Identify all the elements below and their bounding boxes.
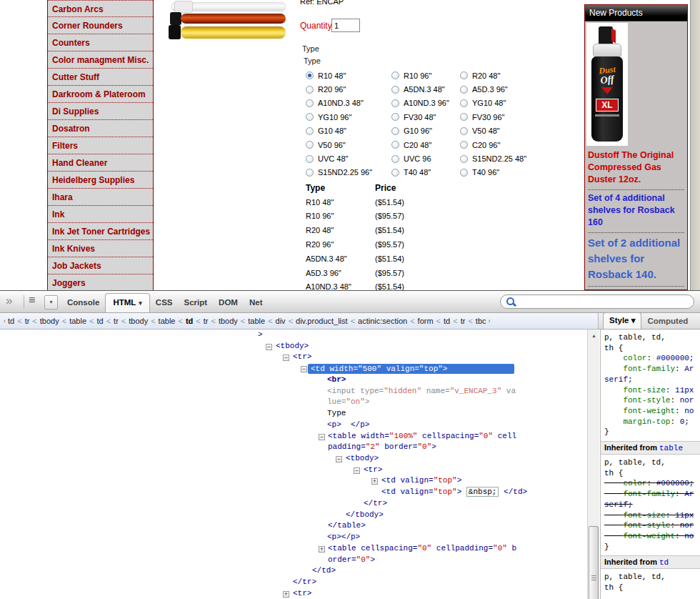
- type-radio-option[interactable]: R20 48": [460, 69, 553, 82]
- type-radio-option[interactable]: T40 48": [391, 166, 460, 179]
- css-value[interactable]: nor: [680, 396, 694, 405]
- sidebar-category-link[interactable]: Color managment Misc.: [48, 51, 153, 69]
- radio-button[interactable]: [391, 86, 399, 94]
- type-radio-option[interactable]: UVC 48": [306, 152, 391, 165]
- twisty-icon[interactable]: +: [371, 478, 378, 485]
- breadcrumb-node[interactable]: td: [96, 317, 104, 325]
- firebug-tab-net[interactable]: Net: [244, 294, 269, 312]
- css-property[interactable]: font-style: [623, 396, 670, 405]
- breadcrumb-node[interactable]: td: [185, 317, 194, 325]
- breadcrumb-node[interactable]: td: [7, 317, 15, 325]
- breadcrumb-scroll-right-icon[interactable]: ›: [489, 317, 491, 325]
- scroll-up-icon[interactable]: ▲: [589, 331, 599, 341]
- type-radio-option[interactable]: C20 96": [460, 138, 553, 152]
- quantity-input[interactable]: [331, 19, 360, 32]
- type-radio-option[interactable]: A5DN.3 48": [391, 82, 460, 96]
- radio-button[interactable]: [391, 99, 399, 107]
- sidebar-category-link[interactable]: Carbon Arcs: [48, 0, 153, 17]
- css-value[interactable]: 0;: [680, 417, 689, 426]
- side-tab-style[interactable]: Style ▾: [603, 312, 641, 329]
- radio-button[interactable]: [306, 141, 314, 149]
- sidebar-category-link[interactable]: Ink Knives: [48, 240, 153, 257]
- radio-button[interactable]: [306, 113, 314, 121]
- html-tree-node[interactable]: <p></p>: [0, 533, 587, 543]
- html-tree-node[interactable]: +<table cellspacing="0" cellpadding="0" …: [0, 544, 587, 555]
- html-tree-node[interactable]: −<tr>: [0, 465, 587, 476]
- breadcrumb-node[interactable]: tr: [24, 317, 31, 325]
- html-tree-node[interactable]: +<td valign="top">: [0, 476, 587, 487]
- css-property[interactable]: font-family: [623, 365, 675, 373]
- css-property[interactable]: margin-top: [623, 417, 670, 426]
- css-value[interactable]: no: [684, 532, 694, 540]
- breadcrumb-scroll-left-icon[interactable]: ‹: [4, 317, 6, 325]
- type-radio-option[interactable]: C20 48": [391, 138, 460, 152]
- twisty-icon[interactable]: +: [283, 591, 289, 598]
- css-value[interactable]: #000000;: [656, 354, 694, 362]
- twisty-icon[interactable]: −: [301, 366, 307, 372]
- radio-button[interactable]: [460, 99, 468, 107]
- html-tree-node[interactable]: −<tr>: [0, 352, 587, 363]
- radio-button[interactable]: [460, 169, 468, 177]
- css-property[interactable]: font-style: [623, 521, 670, 530]
- css-property[interactable]: font-weight: [623, 407, 675, 415]
- breadcrumb-node[interactable]: form: [417, 317, 434, 325]
- type-radio-option[interactable]: G10 48": [306, 124, 391, 138]
- css-property[interactable]: font-size: [623, 386, 665, 395]
- panel-menu-icon[interactable]: ≡: [29, 294, 35, 307]
- css-value[interactable]: serif;: [604, 500, 633, 509]
- css-property[interactable]: color: [623, 479, 646, 487]
- html-tree-node[interactable]: >: [0, 330, 587, 341]
- page-scrollbar[interactable]: [690, 0, 700, 290]
- sidebar-category-link[interactable]: Filters: [48, 137, 153, 154]
- type-radio-option[interactable]: V50 48": [460, 124, 553, 138]
- radio-button[interactable]: [391, 169, 399, 177]
- html-tree-node[interactable]: −<td width="500" valign="top">: [0, 364, 587, 375]
- new-product-link[interactable]: Set of 4 additional shelves for Rosback …: [588, 190, 684, 233]
- html-tree-node[interactable]: +<tr>: [0, 589, 587, 599]
- html-tree-node[interactable]: <input type="hidden" name="v_ENCAP_3" va: [0, 387, 587, 397]
- radio-button[interactable]: [391, 141, 399, 149]
- search-input[interactable]: [516, 297, 694, 306]
- type-radio-option[interactable]: G10 96": [391, 124, 460, 138]
- css-value[interactable]: serif;: [604, 375, 633, 384]
- type-radio-option[interactable]: R20 96": [306, 82, 391, 96]
- radio-button[interactable]: [391, 113, 399, 121]
- breadcrumb-node[interactable]: tbc: [475, 317, 487, 325]
- breadcrumb-node[interactable]: table: [158, 317, 176, 325]
- breadcrumb-node[interactable]: table: [69, 317, 87, 325]
- type-radio-option[interactable]: V50 96": [306, 138, 391, 152]
- breadcrumb-node[interactable]: actinic:section: [357, 317, 408, 325]
- twisty-icon[interactable]: −: [319, 434, 325, 440]
- radio-button[interactable]: [306, 169, 314, 177]
- type-radio-option[interactable]: A5D.3 96": [460, 82, 553, 96]
- html-panel-scrollbar[interactable]: ▲: [587, 330, 599, 599]
- radio-button[interactable]: [460, 71, 468, 79]
- css-value[interactable]: 11px: [675, 511, 694, 520]
- html-tree-node[interactable]: </td>: [0, 566, 587, 577]
- type-radio-option[interactable]: YG10 96": [306, 110, 391, 124]
- css-value[interactable]: Ar: [684, 490, 694, 498]
- type-radio-option[interactable]: FV30 48": [391, 110, 460, 124]
- firebug-tab-console[interactable]: Console: [61, 294, 105, 312]
- breadcrumb-node[interactable]: tbody: [128, 317, 149, 325]
- breadcrumb-node[interactable]: table: [247, 317, 266, 325]
- scrollbar-thumb[interactable]: [589, 526, 599, 599]
- html-tree-node[interactable]: <p> </p>: [0, 420, 587, 431]
- twisty-icon[interactable]: −: [283, 355, 289, 361]
- new-product-link[interactable]: Set of 2 additional shelves for Rosback …: [588, 233, 684, 287]
- type-radio-option[interactable]: S15ND2.25 96": [306, 166, 391, 179]
- type-radio-option[interactable]: T40 96": [460, 166, 553, 179]
- radio-button[interactable]: [391, 127, 399, 135]
- html-tree-node[interactable]: order="0">: [0, 555, 587, 566]
- inherited-target[interactable]: td: [659, 558, 669, 567]
- radio-button[interactable]: [460, 155, 468, 163]
- sidebar-category-link[interactable]: Joggers: [48, 274, 153, 290]
- options-dropdown-button[interactable]: ▾: [44, 295, 58, 310]
- html-tree-node[interactable]: −<tbody>: [0, 342, 587, 352]
- firebug-chevrons-icon[interactable]: »: [6, 294, 12, 308]
- radio-button[interactable]: [306, 99, 314, 107]
- radio-button[interactable]: [391, 71, 399, 79]
- html-tree-node[interactable]: Type: [0, 409, 587, 420]
- new-product-link[interactable]: Dustoff The Original Compressed Gas Dust…: [588, 147, 684, 190]
- html-tree-node[interactable]: −<tbody>: [0, 454, 587, 465]
